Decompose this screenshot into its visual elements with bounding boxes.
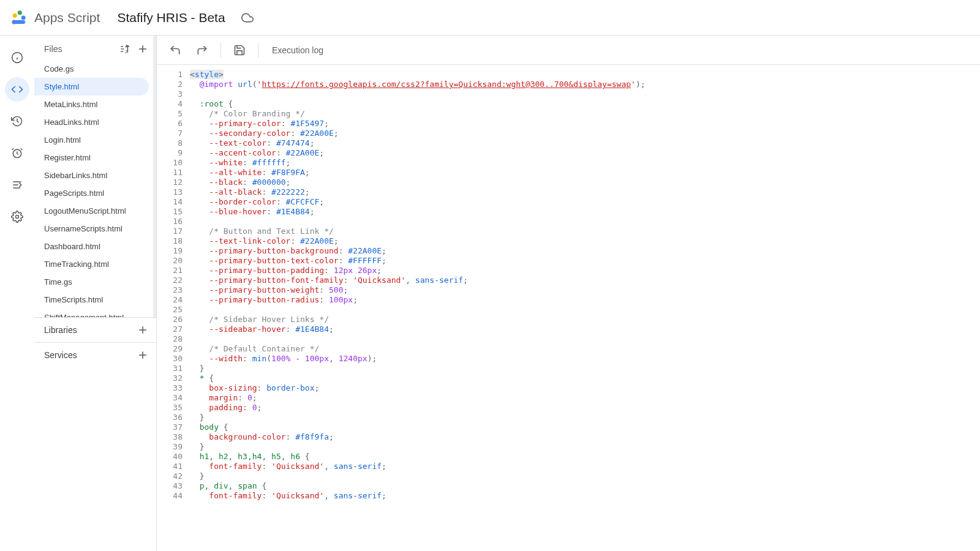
toolbar-divider <box>221 43 221 58</box>
file-item[interactable]: HeadLinks.html <box>34 113 149 131</box>
nav-settings[interactable] <box>5 204 29 229</box>
nav-history[interactable] <box>5 109 29 133</box>
toolbar-divider <box>258 43 258 58</box>
main: Files AZ Code.gsStyle.htmlMetaLinks.html… <box>0 36 980 551</box>
file-item[interactable]: Register.html <box>34 149 149 167</box>
nav-editor[interactable] <box>5 77 29 102</box>
sort-files-icon[interactable]: AZ <box>119 43 132 55</box>
save-button[interactable] <box>228 39 251 61</box>
file-sidebar: Files AZ Code.gsStyle.htmlMetaLinks.html… <box>34 36 157 551</box>
file-item[interactable]: Style.html <box>34 78 149 96</box>
libraries-label: Libraries <box>44 325 77 335</box>
left-nav <box>0 36 34 551</box>
services-label: Services <box>44 350 77 360</box>
nav-executions[interactable] <box>5 173 29 197</box>
line-gutter: 1234567891011121314151617181920212223242… <box>157 65 187 551</box>
file-item[interactable]: Time.gs <box>34 273 149 291</box>
file-item[interactable]: PageScripts.html <box>34 184 149 202</box>
file-item[interactable]: ShiftManagement.html <box>34 309 149 317</box>
file-item[interactable]: TimeTracking.html <box>34 255 149 273</box>
product-name: Apps Script <box>34 10 100 25</box>
svg-point-1 <box>13 13 17 18</box>
svg-point-2 <box>18 10 22 15</box>
libraries-row[interactable]: Libraries <box>34 318 156 342</box>
file-item[interactable]: MetaLinks.html <box>34 96 149 113</box>
file-item[interactable]: TimeScripts.html <box>34 291 149 309</box>
files-header: Files AZ <box>34 36 156 60</box>
add-library-icon[interactable] <box>137 324 149 336</box>
files-label: Files <box>44 44 62 54</box>
editor-area: Execution log 12345678910111213141516171… <box>157 36 980 551</box>
topbar: Apps Script Stafify HRIS - Beta <box>0 0 980 36</box>
svg-point-3 <box>21 15 26 20</box>
file-item[interactable]: Login.html <box>34 131 149 149</box>
execution-log-button[interactable]: Execution log <box>266 45 330 55</box>
undo-button[interactable] <box>164 39 186 61</box>
file-item[interactable]: Code.gs <box>34 60 149 78</box>
add-service-icon[interactable] <box>137 349 149 361</box>
services-row[interactable]: Services <box>34 343 156 367</box>
code-editor[interactable]: 1234567891011121314151617181920212223242… <box>157 65 980 551</box>
nav-triggers[interactable] <box>5 141 29 165</box>
code-content[interactable]: <style> @import url('https://fonts.googl… <box>187 65 646 551</box>
svg-text:Z: Z <box>125 50 127 54</box>
editor-toolbar: Execution log <box>157 36 980 65</box>
svg-point-11 <box>16 216 19 219</box>
project-title[interactable]: Stafify HRIS - Beta <box>117 10 225 25</box>
file-item[interactable]: Dashboard.html <box>34 238 149 255</box>
file-item[interactable]: UsernameScripts.html <box>34 220 149 238</box>
nav-overview[interactable] <box>5 45 29 70</box>
apps-script-logo-icon <box>10 9 27 26</box>
file-item[interactable]: SidebarLinks.html <box>34 167 149 184</box>
redo-button[interactable] <box>191 39 213 61</box>
file-list: Code.gsStyle.htmlMetaLinks.htmlHeadLinks… <box>34 60 156 317</box>
file-item[interactable]: LogoutMenuScript.html <box>34 202 149 220</box>
svg-text:A: A <box>125 44 128 48</box>
cloud-save-icon[interactable] <box>241 12 254 24</box>
add-file-icon[interactable] <box>137 43 149 55</box>
